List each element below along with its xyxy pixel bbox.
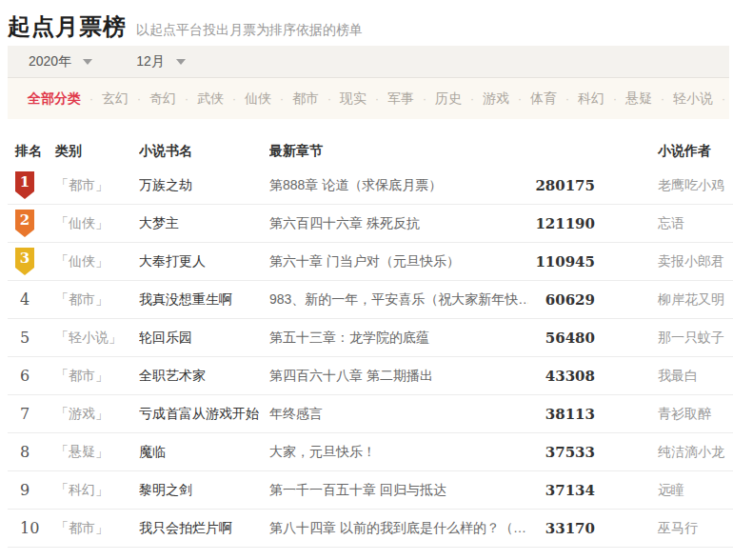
year-select-value: 2020年 — [29, 53, 71, 70]
category-cell: 「游戏」 — [55, 406, 139, 423]
table-row[interactable]: 6 6 「都市」 全职艺术家 第四百六十八章 第二期播出 43308 我最白 — [8, 357, 733, 395]
latest-chapter-link[interactable]: 第八十四章 以前的我到底是什么样的？（… — [269, 520, 528, 537]
latest-chapter-link[interactable]: 第五十三章：龙学院的底蕴 — [269, 330, 528, 347]
header-category: 类别 — [55, 143, 139, 160]
latest-chapter-link[interactable]: 第四百六十八章 第二期播出 — [269, 368, 528, 385]
ticket-count: 33170 — [528, 520, 595, 537]
category-tab[interactable]: 游戏 — [474, 90, 518, 108]
table-row[interactable]: 1 1 「都市」 万族之劫 第888章 论道（求保底月票） 280175 老鹰吃… — [8, 167, 733, 205]
latest-chapter-link[interactable]: 年终感言 — [269, 406, 528, 423]
ticket-count: 38113 — [528, 406, 595, 423]
rank-cell: 9 9 — [8, 481, 55, 499]
category-tab[interactable]: 现实 — [331, 90, 375, 108]
author-link[interactable]: 卖报小郎君 — [595, 253, 733, 270]
table-row[interactable]: 10 10 「都市」 我只会拍烂片啊 第八十四章 以前的我到底是什么样的？（… … — [8, 510, 733, 548]
header-chapter: 最新章节 — [269, 143, 528, 160]
header-book: 小说书名 — [139, 143, 269, 160]
category-cell: 「都市」 — [55, 520, 139, 537]
rank-badge: 3 — [15, 248, 34, 275]
book-title-link[interactable]: 大梦主 — [139, 215, 269, 232]
book-title-link[interactable]: 亏成首富从游戏开始 — [139, 406, 269, 423]
author-link[interactable]: 老鹰吃小鸡 — [595, 177, 733, 194]
book-title-link[interactable]: 魔临 — [139, 444, 269, 461]
category-tab[interactable]: 历史 — [426, 90, 470, 108]
category-cell: 「轻小说」 — [55, 330, 139, 347]
author-link[interactable]: 远瞳 — [595, 482, 733, 499]
rank-number: 6 — [15, 367, 55, 385]
table-row[interactable]: 2 2 「仙侠」 大梦主 第六百四十六章 殊死反抗 121190 忘语 — [8, 205, 733, 243]
table-row[interactable]: 5 5 「轻小说」 轮回乐园 第五十三章：龙学院的底蕴 56480 那一只蚊子 — [8, 319, 733, 357]
table-row[interactable]: 4 4 「都市」 我真没想重生啊 983、新的一年，平安喜乐（祝大家新年快… 6… — [8, 281, 733, 319]
book-title-link[interactable]: 我真没想重生啊 — [139, 291, 269, 309]
category-tab[interactable]: 悬疑 — [617, 90, 661, 108]
author-link[interactable]: 巫马行 — [595, 520, 733, 537]
rank-cell: 5 5 — [8, 329, 55, 347]
category-tab[interactable]: 玄幻 — [93, 90, 137, 108]
chevron-down-icon — [83, 59, 92, 65]
author-link[interactable]: 柳岸花又明 — [595, 291, 733, 309]
category-tab[interactable]: 体育 — [522, 90, 565, 108]
rank-number: 5 — [15, 329, 55, 347]
table-header-row: 排名 类别 小说书名 最新章节 小说作者 — [8, 136, 733, 167]
table-body: 1 1 「都市」 万族之劫 第888章 论道（求保底月票） 280175 老鹰吃… — [8, 167, 733, 548]
table-row[interactable]: 9 9 「科幻」 黎明之剑 第一千一百五十章 回归与抵达 37134 远瞳 — [8, 471, 733, 510]
ticket-count: 110945 — [528, 253, 595, 270]
table-row[interactable]: 3 3 「仙侠」 大奉打更人 第六十章 门当户对（元旦快乐） 110945 卖报… — [8, 243, 733, 281]
category-tab[interactable]: 科幻 — [569, 90, 613, 108]
ticket-count: 280175 — [528, 177, 595, 194]
category-cell: 「都市」 — [55, 368, 139, 385]
rank-badge: 1 — [15, 171, 34, 199]
table-row[interactable]: 8 8 「悬疑」 魔临 大家，元旦快乐！ 37533 纯洁滴小龙 — [8, 433, 733, 471]
category-tab[interactable]: 军事 — [379, 90, 423, 108]
rank-number: 8 — [15, 443, 55, 461]
category-tab[interactable]: VIP新作 — [725, 90, 729, 108]
rank-cell: 6 6 — [8, 367, 55, 385]
page-subtitle: 以起点平台投出月票为排序依据的榜单 — [136, 22, 363, 39]
author-link[interactable]: 忘语 — [595, 215, 733, 232]
ticket-count: 43308 — [528, 368, 595, 385]
category-tab[interactable]: 全部分类 — [19, 90, 89, 108]
latest-chapter-link[interactable]: 第六百四十六章 殊死反抗 — [269, 215, 528, 232]
chevron-down-icon — [176, 59, 186, 65]
month-select-value: 12月 — [136, 53, 165, 70]
rank-cell: 7 7 — [8, 405, 55, 423]
category-cell: 「悬疑」 — [55, 444, 139, 461]
page-header: 起点月票榜 以起点平台投出月票为排序依据的榜单 — [0, 0, 733, 46]
latest-chapter-link[interactable]: 第888章 论道（求保底月票） — [269, 177, 528, 194]
rank-cell: 3 3 — [8, 248, 55, 275]
book-title-link[interactable]: 我只会拍烂片啊 — [139, 520, 269, 537]
book-title-link[interactable]: 轮回乐园 — [139, 330, 269, 347]
ticket-count: 37533 — [528, 444, 595, 461]
category-cell: 「仙侠」 — [55, 253, 139, 270]
book-title-link[interactable]: 万族之劫 — [139, 177, 269, 194]
latest-chapter-link[interactable]: 983、新的一年，平安喜乐（祝大家新年快… — [269, 291, 528, 309]
latest-chapter-link[interactable]: 大家，元旦快乐！ — [269, 444, 528, 461]
year-select[interactable]: 2020年 — [29, 53, 92, 70]
rank-number: 4 — [15, 290, 55, 309]
book-title-link[interactable]: 全职艺术家 — [139, 368, 269, 385]
author-link[interactable]: 纯洁滴小龙 — [595, 444, 733, 461]
header-rank: 排名 — [8, 143, 55, 160]
filter-bar: 2020年 12月 — [8, 46, 729, 78]
category-tab[interactable]: 奇幻 — [141, 90, 185, 108]
category-tab[interactable]: 武侠 — [188, 90, 232, 108]
book-title-link[interactable]: 大奉打更人 — [139, 253, 269, 270]
latest-chapter-link[interactable]: 第一千一百五十章 回归与抵达 — [269, 482, 528, 499]
rank-number: 9 — [15, 481, 55, 499]
category-tab[interactable]: 轻小说 — [664, 90, 722, 108]
rank-cell: 2 2 — [8, 210, 55, 237]
book-title-link[interactable]: 黎明之剑 — [139, 482, 269, 499]
ticket-count: 60629 — [528, 291, 595, 309]
author-link[interactable]: 那一只蚊子 — [595, 330, 733, 347]
author-link[interactable]: 我最白 — [595, 368, 733, 385]
rank-badge: 2 — [15, 210, 34, 237]
author-link[interactable]: 青衫取醉 — [595, 406, 733, 423]
table-row[interactable]: 7 7 「游戏」 亏成首富从游戏开始 年终感言 38113 青衫取醉 — [8, 395, 733, 433]
latest-chapter-link[interactable]: 第六十章 门当户对（元旦快乐） — [269, 253, 528, 270]
month-select[interactable]: 12月 — [136, 53, 186, 70]
ticket-count: 121190 — [528, 215, 595, 232]
category-tab[interactable]: 仙侠 — [236, 90, 280, 108]
rank-cell: 4 4 — [8, 290, 55, 309]
category-tab[interactable]: 都市 — [284, 90, 327, 108]
category-cell: 「仙侠」 — [55, 215, 139, 232]
